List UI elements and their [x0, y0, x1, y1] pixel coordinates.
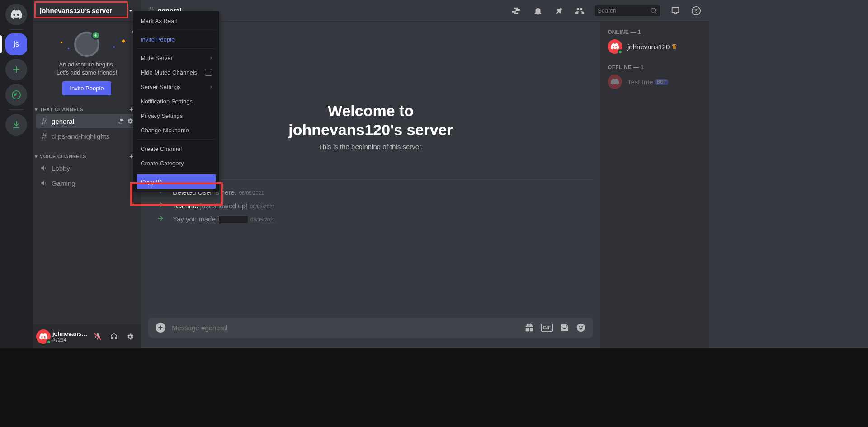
main-panel: # general Welcome tojohnevans120's serve… — [141, 0, 709, 348]
channel-name: general — [52, 117, 74, 125]
menu-label: Notification Settings — [141, 98, 193, 105]
channel-clips[interactable]: # clips-and-highlights — [36, 129, 137, 143]
plus-badge-icon: + — [91, 31, 100, 40]
invite-people-button[interactable]: Invite People — [62, 81, 111, 95]
category-text-channels[interactable]: ▾ TEXT CHANNELS + — [33, 103, 141, 113]
self-avatar[interactable] — [36, 329, 51, 344]
hash-icon: # — [40, 116, 49, 127]
notifications-button[interactable] — [533, 5, 543, 16]
welcome-title-top: Welcome to — [328, 102, 414, 119]
menu-label: Create Category — [141, 160, 184, 167]
server-separator — [9, 29, 24, 30]
menu-copy-id[interactable]: Copy ID — [137, 174, 216, 189]
category-voice-channels[interactable]: ▾ VOICE CHANNELS + — [33, 150, 141, 160]
add-server-button[interactable] — [5, 59, 27, 80]
decoration-dot — [68, 48, 69, 49]
crown-icon: ♛ — [671, 42, 677, 51]
menu-mark-as-read[interactable]: Mark As Read — [137, 14, 216, 28]
join-arrow-icon — [156, 201, 165, 211]
bottom-padding — [0, 348, 868, 427]
avatar — [608, 39, 622, 54]
menu-create-category[interactable]: Create Category — [137, 156, 216, 170]
attach-button[interactable]: + — [156, 323, 165, 333]
gift-button[interactable] — [524, 323, 534, 333]
menu-server-settings[interactable]: Server Settings› — [137, 80, 216, 94]
status-online-icon — [618, 49, 623, 55]
deafen-button[interactable] — [107, 329, 121, 344]
server-johnevans120[interactable]: js — [5, 33, 27, 55]
download-apps-button[interactable] — [5, 114, 27, 136]
server-dropdown-menu: Mark As Read Invite People Mute Server› … — [133, 11, 219, 192]
voice-lobby[interactable]: Lobby — [36, 161, 137, 175]
menu-hide-muted[interactable]: Hide Muted Channels — [137, 65, 216, 80]
menu-separator — [137, 172, 216, 173]
banner-text-1: An adventure begins. — [40, 61, 134, 69]
channel-name: clips-and-highlights — [52, 132, 109, 140]
member-list: ONLINE — 1 johnevans120 ♛ OFFLINE — 1 Te… — [600, 22, 709, 348]
member-test-inte[interactable]: Test Inte BOT — [604, 72, 705, 91]
menu-privacy-settings[interactable]: Privacy Settings — [137, 108, 216, 123]
server-separator — [9, 109, 24, 110]
menu-create-channel[interactable]: Create Channel — [137, 141, 216, 156]
chevron-down-icon: ▾ — [33, 107, 39, 113]
member-list-button[interactable] — [574, 5, 585, 16]
member-name: Test Inte — [627, 78, 653, 86]
emoji-button[interactable] — [576, 323, 586, 333]
channel-general[interactable]: # general — [36, 114, 137, 128]
server-name: johnevans120's server — [40, 7, 112, 14]
threads-button[interactable] — [512, 5, 523, 16]
redacted — [219, 216, 248, 223]
decoration-dot — [122, 39, 125, 43]
category-label: TEXT CHANNELS — [40, 107, 83, 112]
inbox-button[interactable] — [670, 5, 681, 16]
menu-label: Privacy Settings — [141, 113, 183, 119]
system-text: Test Inte just showed up!08/05/2021 — [173, 202, 275, 210]
channel-name: Lobby — [52, 164, 70, 172]
self-info[interactable]: johnevans120 #7264 — [52, 330, 89, 343]
checkbox-icon — [205, 69, 212, 76]
channel-topbar: # general — [141, 0, 709, 22]
bot-badge: BOT — [655, 79, 668, 85]
status-online-icon — [46, 339, 52, 345]
menu-label: Hide Muted Channels — [141, 69, 197, 76]
join-arrow-icon — [156, 214, 165, 224]
chevron-down-icon: ▾ — [33, 154, 39, 160]
invite-icon[interactable] — [117, 117, 124, 125]
mute-button[interactable] — [90, 329, 105, 344]
banner-text-2: Let's add some friends! — [40, 69, 134, 77]
message-date: 08/05/2021 — [250, 217, 275, 222]
menu-separator — [137, 139, 216, 140]
menu-change-nickname[interactable]: Change Nickname — [137, 123, 216, 137]
menu-label: Create Channel — [141, 145, 182, 152]
search-box[interactable] — [595, 5, 660, 16]
server-header[interactable]: johnevans120's server — [33, 0, 141, 22]
settings-button[interactable] — [123, 329, 137, 344]
menu-label: Mute Server — [141, 55, 173, 61]
voice-gaming[interactable]: Gaming — [36, 176, 137, 190]
members-online-header: ONLINE — 1 — [604, 29, 705, 37]
menu-separator — [137, 48, 216, 49]
invite-banner: + An adventure begins. Let's add some fr… — [33, 24, 141, 103]
home-button[interactable] — [5, 4, 27, 25]
gear-icon[interactable] — [127, 117, 134, 125]
message-input[interactable] — [172, 324, 518, 332]
help-button[interactable] — [691, 5, 702, 16]
caret-right-icon: › — [210, 55, 212, 61]
menu-notification-settings[interactable]: Notification Settings — [137, 94, 216, 108]
member-name: johnevans120 — [627, 43, 670, 51]
message-date: 08/05/2021 — [250, 204, 275, 209]
banner-avatar: + — [74, 32, 99, 57]
gif-button[interactable]: GIF — [541, 324, 553, 332]
server-initials: js — [14, 40, 19, 48]
sticker-button[interactable] — [560, 323, 570, 333]
explore-servers-button[interactable] — [5, 84, 27, 106]
avatar — [608, 75, 622, 89]
svg-point-1 — [577, 324, 585, 332]
menu-invite-people[interactable]: Invite People — [137, 32, 216, 47]
svg-point-3 — [581, 326, 583, 328]
pinned-button[interactable] — [553, 5, 564, 16]
menu-mute-server[interactable]: Mute Server› — [137, 51, 216, 65]
member-johnevans120[interactable]: johnevans120 ♛ — [604, 37, 705, 56]
search-input[interactable] — [598, 7, 650, 14]
speaker-icon — [40, 179, 49, 187]
